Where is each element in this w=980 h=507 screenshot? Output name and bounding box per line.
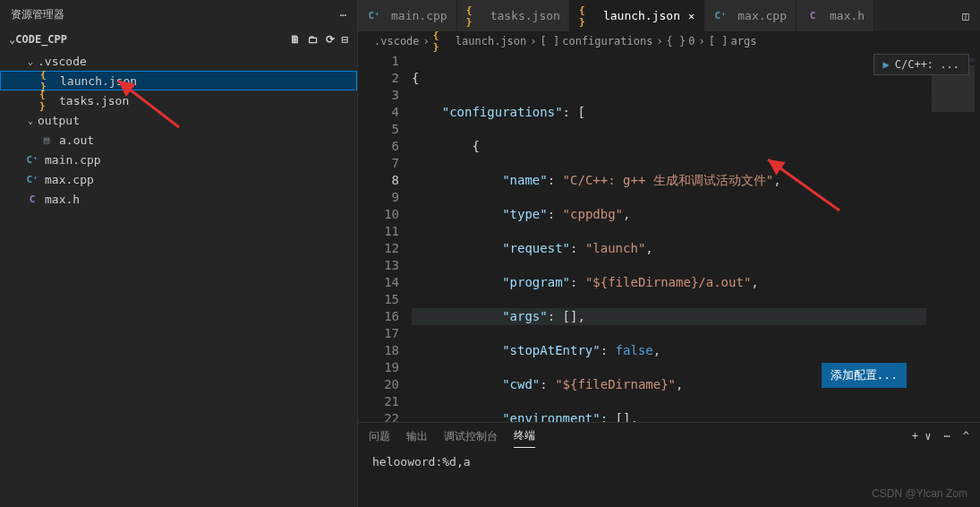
file-main-cpp[interactable]: C⁺main.cpp	[0, 150, 357, 169]
collapse-icon[interactable]: ⊟	[342, 33, 348, 46]
panel-tab-terminal[interactable]: 终端	[514, 425, 535, 448]
watermark: CSDN @Ylcan Zom	[872, 487, 967, 500]
panel-more-icon[interactable]: ⋯	[944, 430, 950, 443]
line-numbers: 1234567891011121314151617181920212223	[358, 51, 412, 422]
more-icon[interactable]: ⋯	[340, 9, 346, 21]
file-launch-json[interactable]: { }launch.json	[0, 71, 357, 90]
json-icon: { }	[579, 9, 593, 23]
panel-tab-debug[interactable]: 调试控制台	[444, 425, 498, 448]
close-icon[interactable]: ✕	[688, 10, 695, 22]
new-terminal-icon[interactable]: + ∨	[912, 430, 932, 443]
tab-max-cpp[interactable]: C⁺max.cpp	[704, 0, 797, 31]
explorer-title: 资源管理器	[11, 7, 64, 22]
json-icon: { }	[39, 93, 54, 107]
h-icon: C	[805, 9, 820, 23]
project-name: CODE_CPP	[15, 33, 67, 46]
cpp-icon: C⁺	[713, 9, 728, 23]
json-icon: { }	[40, 73, 55, 88]
task-icon: ▶	[883, 58, 890, 71]
file-max-cpp[interactable]: C⁺max.cpp	[0, 169, 357, 189]
add-config-button[interactable]: 添加配置...	[822, 363, 907, 388]
file-tasks-json[interactable]: { }tasks.json	[0, 90, 357, 110]
folder-output[interactable]: ⌄output	[0, 110, 357, 130]
new-folder-icon[interactable]: 🗀	[308, 33, 319, 46]
terminal-task-chip[interactable]: ▶C/C++: ...	[873, 54, 969, 75]
file-aout[interactable]: ▤a.out	[0, 130, 357, 150]
file-tree: ⌄.vscode { }launch.json { }tasks.json ⌄o…	[0, 49, 357, 507]
tab-main-cpp[interactable]: C⁺main.cpp	[358, 0, 457, 31]
project-row[interactable]: ⌄CODE_CPP 🗎 🗀 ⟳ ⊟	[0, 30, 357, 49]
cpp-icon: C⁺	[25, 152, 39, 167]
binary-icon: ▤	[39, 133, 54, 147]
explorer-header: 资源管理器 ⋯	[0, 0, 357, 30]
panel-tab-output[interactable]: 输出	[406, 425, 428, 448]
new-file-icon[interactable]: 🗎	[290, 33, 301, 46]
cpp-icon: C⁺	[367, 9, 381, 23]
minimap[interactable]	[926, 51, 980, 422]
json-icon: { }	[466, 9, 481, 23]
refresh-icon[interactable]: ⟳	[326, 33, 335, 46]
tab-tasks-json[interactable]: { }tasks.json	[457, 0, 570, 31]
breadcrumb[interactable]: .vscode› { }launch.json› [ ] configurati…	[358, 31, 980, 51]
h-icon: C	[25, 192, 39, 206]
file-max-h[interactable]: Cmax.h	[0, 189, 357, 209]
tab-launch-json[interactable]: { }launch.json✕	[570, 0, 704, 31]
split-editor-icon[interactable]: ◫	[951, 0, 980, 31]
maximize-icon[interactable]: ^	[963, 430, 969, 443]
editor-tabs: C⁺main.cpp { }tasks.json { }launch.json✕…	[358, 0, 980, 31]
json-icon: { }	[433, 34, 447, 48]
cpp-icon: C⁺	[25, 172, 39, 186]
tab-max-h[interactable]: Cmax.h	[797, 0, 874, 31]
panel-tab-problems[interactable]: 问题	[369, 425, 390, 448]
folder-vscode[interactable]: ⌄.vscode	[0, 51, 357, 71]
